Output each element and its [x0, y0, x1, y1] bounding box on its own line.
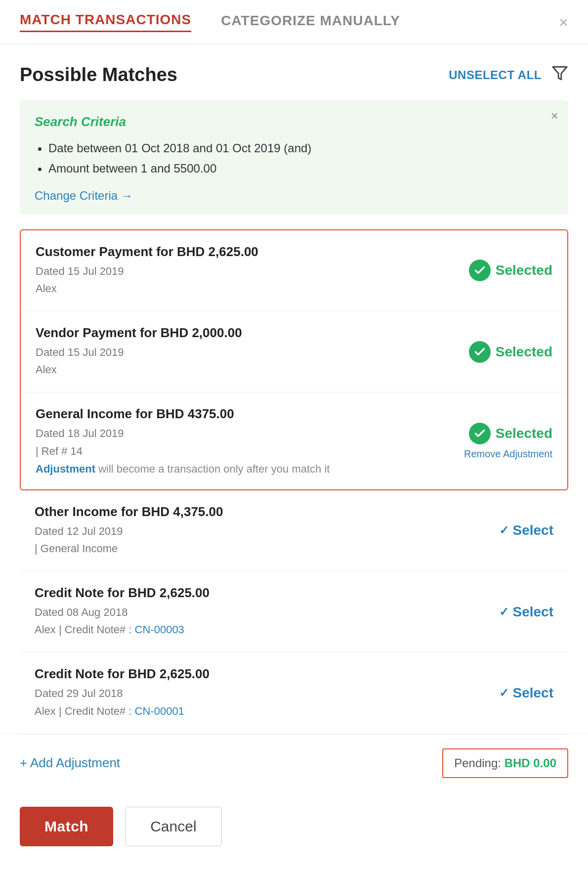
pending-amount: BHD 0.00 [504, 756, 556, 770]
credit-note-link-cn00003[interactable]: CN-00003 [135, 623, 184, 636]
tabs-header: MATCH TRANSACTIONS CATEGORIZE MANUALLY × [0, 0, 588, 44]
selected-item-customer-payment: Customer Payment for BHD 2,625.00 Dated … [21, 230, 567, 311]
transaction-info: Customer Payment for BHD 2,625.00 Dated … [36, 244, 469, 297]
change-criteria-link[interactable]: Change Criteria → [35, 189, 133, 202]
transaction-info: General Income for BHD 4375.00 Dated 18 … [36, 406, 464, 475]
pending-box: Pending: BHD 0.00 [442, 748, 568, 778]
filter-icon[interactable] [551, 65, 568, 85]
check-icon: ✓ [499, 605, 509, 619]
adjustment-text: will become a transaction only after you… [98, 463, 330, 475]
footer-area: + Add Adjustment Pending: BHD 0.00 [0, 734, 588, 792]
match-button[interactable]: Match [20, 807, 113, 846]
unselect-all-button[interactable]: UNSELECT ALL [449, 68, 542, 82]
transaction-meta: Dated 29 Jul 2018 Alex | Credit Note# : … [35, 685, 499, 719]
selected-check-circle [469, 341, 491, 363]
selected-item-general-income: General Income for BHD 4375.00 Dated 18 … [21, 392, 567, 489]
selected-badge[interactable]: Selected [469, 423, 552, 444]
adjustment-bold: Adjustment [36, 463, 95, 475]
transaction-title: Customer Payment for BHD 2,625.00 [36, 244, 469, 260]
action-buttons: Match Cancel [0, 792, 588, 871]
transaction-title: Vendor Payment for BHD 2,000.00 [36, 325, 469, 341]
header-right: UNSELECT ALL [449, 65, 568, 85]
transaction-title: Credit Note for BHD 2,625.00 [35, 666, 499, 682]
svg-marker-0 [553, 67, 567, 80]
selected-check-circle [469, 423, 491, 444]
search-criteria-box: Search Criteria Date between 01 Oct 2018… [20, 100, 568, 215]
tab-categorize-manually[interactable]: CATEGORIZE MANUALLY [221, 13, 400, 32]
pending-label: Pending: [454, 756, 504, 770]
cancel-button[interactable]: Cancel [125, 807, 221, 846]
selected-with-remove: Selected Remove Adjustment [464, 423, 552, 460]
select-button-other-income[interactable]: ✓ Select [499, 523, 554, 538]
criteria-item-date: Date between 01 Oct 2018 and 01 Oct 2019… [48, 138, 553, 159]
transaction-title: Other Income for BHD 4,375.00 [35, 504, 499, 520]
transaction-info: Other Income for BHD 4,375.00 Dated 12 J… [35, 504, 499, 557]
search-criteria-title: Search Criteria [35, 114, 553, 130]
criteria-list: Date between 01 Oct 2018 and 01 Oct 2019… [35, 138, 553, 179]
select-button-credit-cn00003[interactable]: ✓ Select [499, 604, 554, 620]
transaction-title: General Income for BHD 4375.00 [36, 406, 464, 422]
transaction-info: Credit Note for BHD 2,625.00 Dated 29 Ju… [35, 666, 499, 719]
selected-check-circle [469, 260, 491, 281]
criteria-item-amount: Amount between 1 and 5500.00 [48, 159, 553, 179]
transaction-info: Vendor Payment for BHD 2,000.00 Dated 15… [36, 325, 469, 378]
selected-badge[interactable]: Selected [469, 341, 552, 363]
main-content: Possible Matches UNSELECT ALL Search Cri… [0, 44, 588, 734]
transaction-info: Credit Note for BHD 2,625.00 Dated 08 Au… [35, 585, 499, 638]
unselected-item-credit-note-cn00003: Credit Note for BHD 2,625.00 Dated 08 Au… [20, 571, 568, 653]
close-icon[interactable]: × [559, 13, 568, 31]
transaction-title: Credit Note for BHD 2,625.00 [35, 585, 499, 601]
page-title: Possible Matches [20, 64, 177, 86]
transaction-meta: Dated 15 Jul 2019 Alex [36, 344, 469, 378]
selected-label: Selected [496, 262, 552, 278]
transaction-meta: Dated 08 Aug 2018 Alex | Credit Note# : … [35, 604, 499, 638]
selected-items-box: Customer Payment for BHD 2,625.00 Dated … [20, 229, 568, 490]
credit-note-link-cn00001[interactable]: CN-00001 [135, 705, 184, 717]
unselected-item-credit-note-cn00001: Credit Note for BHD 2,625.00 Dated 29 Ju… [20, 653, 568, 734]
selected-item-vendor-payment: Vendor Payment for BHD 2,000.00 Dated 15… [21, 311, 567, 392]
select-button-credit-cn00001[interactable]: ✓ Select [499, 685, 554, 701]
add-adjustment-link[interactable]: + Add Adjustment [20, 755, 120, 771]
selected-badge[interactable]: Selected [469, 260, 552, 281]
transaction-meta: Dated 15 Jul 2019 Alex [36, 262, 469, 297]
selected-label: Selected [496, 426, 552, 441]
criteria-close-icon[interactable]: × [551, 108, 558, 124]
check-icon: ✓ [499, 523, 509, 537]
unselected-item-other-income: Other Income for BHD 4,375.00 Dated 12 J… [20, 490, 568, 571]
transaction-meta: Dated 18 Jul 2019 | Ref # 14 [36, 425, 464, 459]
remove-adjustment-link[interactable]: Remove Adjustment [464, 448, 552, 460]
check-icon: ✓ [499, 686, 509, 700]
section-header: Possible Matches UNSELECT ALL [20, 64, 568, 86]
tab-match-transactions[interactable]: MATCH TRANSACTIONS [20, 12, 191, 32]
adjustment-note: Adjustment will become a transaction onl… [36, 463, 464, 476]
transaction-meta: Dated 12 Jul 2019 | General Income [35, 523, 499, 557]
selected-label: Selected [496, 344, 552, 360]
